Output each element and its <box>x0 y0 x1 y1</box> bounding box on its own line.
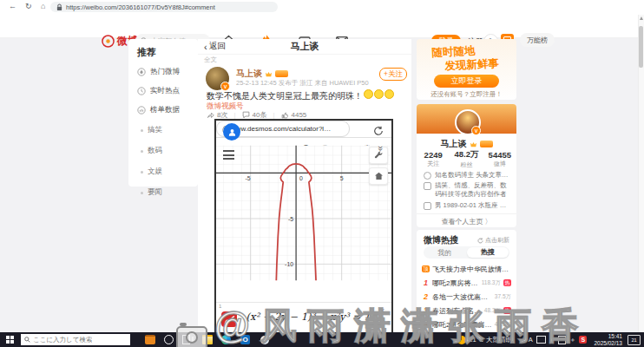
expression-row[interactable]: 1 (x² + 2y − 1)³ − x²y³ = 1 × <box>216 302 391 335</box>
sidebar-item-hot-weibo[interactable]: 热门微博 <box>128 62 198 82</box>
refresh-label: 点击刷新 <box>485 236 509 245</box>
profile-homepage-link[interactable]: 查看个人主页 〉 <box>417 213 516 227</box>
profile-name-row: 马上谈 <box>417 138 516 150</box>
sogou-tray-icon[interactable]: S <box>579 336 587 344</box>
desmos-url-text: www.desmos.com/calculator?lang <box>231 125 333 133</box>
weather-widget[interactable]: 21°C 大部晴朗 <box>457 336 512 344</box>
sidebar-channel-ent[interactable]: 文娱 <box>128 161 198 182</box>
tab-mine[interactable]: 我的 <box>424 248 466 258</box>
slogan-line2: 发现新鲜事 <box>444 57 499 74</box>
hot-count: 48.5万 <box>495 321 511 329</box>
y-tick: -5 <box>288 216 293 222</box>
page-reload-icon[interactable] <box>373 126 384 136</box>
section-label: 全文 <box>204 56 217 64</box>
hot-badge: 热 <box>503 307 511 314</box>
like-icon <box>281 111 289 119</box>
refresh-button[interactable]: 点击刷新 <box>477 236 509 245</box>
graph-home-button[interactable] <box>369 167 388 185</box>
notification-center-icon[interactable]: 21 <box>628 335 641 345</box>
bio-text: 知名数码博主 头条文章作者 <box>435 171 510 180</box>
collapse-chevrons-icon[interactable]: » <box>376 146 386 151</box>
stat-label: 粉丝 <box>450 160 483 169</box>
edge-icon[interactable] <box>220 334 232 345</box>
graph-canvas: -5 0 5 -5 -10 <box>216 145 391 281</box>
start-button[interactable] <box>4 334 16 345</box>
pinned-app-icon[interactable] <box>259 334 270 345</box>
cortana-icon[interactable] <box>163 334 174 345</box>
mute-icon[interactable]: ✕ <box>549 336 555 344</box>
profile-name[interactable]: 马上谈 <box>441 138 467 150</box>
ime-indicator[interactable]: A <box>529 336 533 344</box>
login-now-button[interactable]: 立即登录 <box>434 75 499 88</box>
channel-label: 搞笑 <box>148 125 162 135</box>
hot-item-1[interactable]: 1 哪吒2票房将破100亿 118.3万 热 <box>417 276 516 290</box>
desmos-graph[interactable]: -5 0 5 -5 -10 <box>216 145 391 281</box>
scroll-up-arrow[interactable] <box>640 16 643 20</box>
scrollbar-thumb[interactable] <box>639 26 643 68</box>
display-icon[interactable] <box>536 336 546 344</box>
author-avatar[interactable]: V <box>206 67 229 90</box>
post-card: ‹ 返回 马上谈 全文 V 马上谈 25-2-13 12:45 发布于 浙江 来… <box>198 39 411 332</box>
sidebar-item-label: 榜单数据 <box>150 105 180 115</box>
clock-time: 15:41 <box>594 333 622 340</box>
taskbar-search[interactable]: ここに入力して検索 <box>21 334 130 345</box>
sidebar-channel-funny[interactable]: 搞笑 <box>128 120 198 141</box>
hot-count: 118.3万 <box>482 279 501 287</box>
back-icon[interactable]: ← <box>9 2 16 10</box>
stat-posts[interactable]: 54455 微博 <box>483 150 516 168</box>
refresh-icon <box>477 238 483 244</box>
hot-item-3[interactable]: 3 春运列车点名单曝光 48.3万 热 <box>417 304 516 318</box>
hot-item-4[interactable]: 4 哪吒2进全球票房TOP20 48.5万 <box>417 318 516 331</box>
sidebar-title: 推荐 <box>128 39 198 62</box>
x-tick: 0 <box>299 175 303 181</box>
laugh-emoji <box>364 89 373 99</box>
hot-item-text: 各地一大波优惠政策来袭 <box>432 292 492 302</box>
tab-hot-active[interactable]: 热搜 <box>467 247 509 258</box>
profile-avatar[interactable]: V <box>455 109 481 135</box>
author-name[interactable]: 马上谈 <box>236 68 262 80</box>
task-view-icon[interactable] <box>182 334 194 345</box>
clipboard-icon[interactable] <box>558 336 566 344</box>
system-tray: ^ A ✕ ＋ S <box>522 336 587 344</box>
hot-item-2[interactable]: 2 各地一大波优惠政策来袭 37.5万 <box>417 290 516 304</box>
hot-count: 37.5万 <box>495 293 511 301</box>
home-icon[interactable]: ⌂ <box>41 2 45 10</box>
verified-badge: V <box>471 126 481 135</box>
taskbar-clock[interactable]: 15:41 2025/02/13 <box>594 333 622 347</box>
taskbar-right: 21°C 大部晴朗 ^ A ✕ ＋ S 15:41 2025/02/13 21 <box>457 333 641 347</box>
profile-bio-1: 知名数码博主 头条文章作者 <box>424 171 510 180</box>
hot-item-top[interactable]: 顶 飞天接力录中华民族情缘千年… <box>417 262 516 276</box>
laugh-emoji <box>374 89 384 99</box>
profile-stats: 2249 关注 48.2万 粉丝 54455 微博 <box>417 149 516 169</box>
menu-icon[interactable] <box>223 150 234 160</box>
plus-icon[interactable]: ＋ <box>569 336 576 344</box>
x-tick: 5 <box>340 175 344 181</box>
close-expression-icon[interactable]: × <box>379 305 384 316</box>
like-button[interactable]: 4455 <box>281 111 307 119</box>
crown-icon <box>470 141 477 147</box>
sidebar-channel-digital[interactable]: 数码 <box>128 141 198 161</box>
address-bar[interactable]: https://weibo.com/2036161077/Dv5Y8f8J#co… <box>50 2 278 12</box>
weather-icon <box>457 336 466 344</box>
bullet-icon <box>141 192 143 194</box>
sidebar-item-board[interactable]: 榜单数据 <box>128 101 198 120</box>
stat-follow[interactable]: 2249 关注 <box>417 150 450 168</box>
register-hint[interactable]: 还没有账号？立即注册！ <box>417 90 516 99</box>
stat-fans[interactable]: 48.2万 粉丝 <box>450 149 483 169</box>
hot-board-pill[interactable]: 万能榜 <box>520 33 555 47</box>
follow-button[interactable]: +关注 <box>379 68 407 81</box>
vip-level-badge <box>275 70 288 77</box>
reload-icon[interactable]: ↻ <box>25 2 32 10</box>
pinned-badge: 顶 <box>422 265 430 272</box>
post-image-desmos[interactable]: www.desmos.com/calculator?lang <box>214 119 393 334</box>
outlook-icon[interactable]: O <box>240 334 251 345</box>
author-row: 马上谈 <box>236 68 288 80</box>
share-icon <box>207 111 214 119</box>
sidebar-item-realtime[interactable]: 实时热点 <box>128 82 198 101</box>
channel-label: 文娱 <box>148 167 162 177</box>
file-explorer-icon[interactable] <box>201 334 213 345</box>
tray-expand-icon[interactable]: ^ <box>522 336 525 344</box>
sidebar-channel-news[interactable]: 要闻 <box>128 182 198 203</box>
stat-value: 54455 <box>483 150 516 160</box>
briefcase-app-icon[interactable] <box>144 334 155 345</box>
